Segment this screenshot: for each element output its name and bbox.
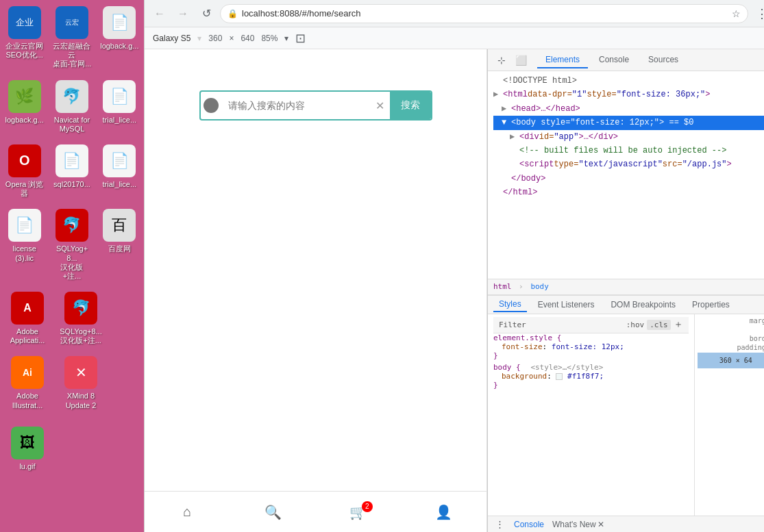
search-page: ✕ 搜索 [145, 49, 486, 491]
desktop-icon-sql2017[interactable]: 📄 sql20170... [51, 142, 93, 192]
icon-label-lugif: lu.gif [19, 462, 35, 471]
desktop-icon-license[interactable]: 📄 license(3).lic [3, 206, 45, 265]
dom-line-doctype[interactable]: <!DOCTYPE html> [493, 74, 764, 88]
expand-arrow-html[interactable]: ▶ [493, 88, 503, 101]
script-close: > [726, 157, 731, 171]
icon-label-opera: Opera 浏览器 [5, 180, 44, 198]
bottom-console-tab[interactable]: Console [511, 520, 547, 529]
desktop-icon-adobe[interactable]: A AdobeApplicati... [3, 289, 51, 348]
device-toolbar: Galaxy S5 ▾ 360 × 640 85% ▾ ⊡ [145, 27, 764, 49]
filter-input[interactable] [529, 320, 624, 329]
dom-line-head[interactable]: ▶ <head>…</head> [493, 102, 764, 116]
dom-line-html[interactable]: ▶ <html data-dpr="1" style="font-size: 3… [493, 88, 764, 101]
nav-search-button[interactable]: 🔍 [256, 498, 290, 526]
desktop-icon-2[interactable]: 云宏 云宏超融合云桌面-官网... [51, 3, 93, 72]
devtools-bottom-tabs: Styles Event Listeners DOM Breakpoints P… [488, 295, 764, 314]
address-bar[interactable]: 🔒 localhost:8088/#/home/search ☆ [220, 4, 748, 23]
icon-label-sqlyog2: SQLYog+8...汉化版+注... [60, 327, 101, 345]
zoom-dropdown-icon[interactable]: ▾ [284, 34, 288, 43]
back-button[interactable]: ← [150, 4, 169, 23]
whats-new-close-icon[interactable]: ✕ [597, 520, 604, 529]
dimension-x: × [229, 34, 234, 43]
desktop-icon-sqlyog1[interactable]: 🐬 SQLYog+8...汉化版+注... [51, 206, 93, 283]
whats-new-tab[interactable]: What's New ✕ [552, 520, 604, 529]
div-app-close: >…</div> [578, 130, 618, 144]
page-viewport: ✕ 搜索 ⌂ 🔍 🛒 2 👤 [145, 49, 487, 532]
desktop-icon-logback1[interactable]: 📄 logback.g... [99, 3, 140, 53]
desktop-icon-baidu[interactable]: 百 百度网 [99, 206, 140, 256]
devtools-bottom-more-icon[interactable]: ⋮ [493, 518, 506, 531]
icon-label-illustrator: AdobeIllustrat... [12, 392, 43, 409]
icon-label-logback2: logback.g... [5, 116, 44, 125]
dom-line-div-app[interactable]: ▶ <div id="app">…</div> [493, 130, 764, 144]
dom-line-body[interactable]: ▼ <body style="font-size: 12px;"> == $0 [493, 116, 764, 129]
search-clear-button[interactable]: ✕ [371, 96, 390, 115]
dom-tree: <!DOCTYPE html> ▶ <html data-dpr="1" sty… [488, 71, 764, 279]
tab-sources[interactable]: Sources [640, 52, 687, 68]
nav-home-button[interactable]: ⌂ [170, 498, 204, 526]
icon-label-baidu: 百度网 [108, 244, 131, 253]
desktop-icon-opera[interactable]: O Opera 浏览器 [3, 142, 45, 201]
body-style-source: <style>…</style> [530, 363, 603, 372]
devtools-tool-icons: ⊹ ⬜ [493, 52, 529, 68]
icon-label-trial: trial_lice... [103, 116, 137, 125]
style-val: "font-size: 36px;" [617, 88, 706, 101]
search-input[interactable] [221, 93, 371, 118]
tab-event-listeners[interactable]: Event Listeners [532, 298, 600, 312]
breadcrumb-html[interactable]: html [493, 282, 512, 291]
style-attr: style= [587, 88, 616, 101]
id-val: "app" [554, 130, 578, 144]
desktop-icon-trial2[interactable]: 📄 trial_lice... [99, 142, 140, 192]
bookmark-icon[interactable]: ☆ [732, 8, 741, 19]
forward-button[interactable]: → [173, 4, 193, 23]
refresh-button[interactable]: ↺ [197, 4, 216, 23]
filter-add-button[interactable]: ＋ [674, 318, 683, 331]
expand-arrow-body[interactable]: ▼ [502, 116, 511, 129]
tab-styles[interactable]: Styles [493, 297, 527, 312]
device-toggle-button[interactable]: ⬜ [513, 52, 529, 68]
breadcrumb-body[interactable]: body [530, 282, 549, 291]
browser-more-button[interactable]: ⋮ [752, 4, 764, 23]
inspect-element-button[interactable]: ⊹ [493, 52, 510, 68]
dom-line-script[interactable]: <script type="text/javascript" src="/app… [493, 157, 764, 171]
body-close-tag: </body> [511, 172, 545, 186]
filter-hov[interactable]: :hov [626, 320, 645, 329]
desktop-icon-illustrator[interactable]: Ai AdobeIllustrat... [3, 353, 51, 412]
device-name: Galaxy S5 [153, 34, 190, 43]
nav-cart-button[interactable]: 🛒 2 [341, 498, 375, 526]
src-attr: src= [663, 157, 682, 171]
cart-badge: 2 [362, 501, 373, 512]
expand-arrow-app[interactable]: ▶ [510, 130, 519, 144]
tab-dom-breakpoints[interactable]: DOM Breakpoints [605, 298, 681, 312]
nav-user-button[interactable]: 👤 [427, 498, 461, 526]
dimension-separator: ▾ [197, 34, 201, 43]
search-bar: ✕ 搜索 [199, 90, 432, 121]
filter-bar: Filter :hov .cls ＋ [493, 317, 689, 333]
desktop-icon-xmind[interactable]: ✕ XMind 8Update 2 [57, 353, 105, 412]
desktop-icon-1[interactable]: 企业 企业云官网SEO优化... [3, 3, 45, 62]
filter-cls[interactable]: .cls [647, 320, 671, 330]
desktop-icon-navicat[interactable]: 🐬 Navicat forMySQL [51, 77, 93, 136]
icon-label-license: license(3).lic [13, 244, 36, 262]
tab-elements[interactable]: Elements [537, 52, 588, 68]
search-mode-indicator [204, 98, 219, 113]
search-submit-button[interactable]: 搜索 [390, 92, 431, 119]
rotate-icon[interactable]: ⊡ [295, 31, 306, 46]
dimension-box: 360 × 64 [698, 353, 764, 368]
devtools-toolbar: ⊹ ⬜ Elements Console Sources » [488, 49, 764, 71]
tab-console[interactable]: Console [591, 52, 637, 68]
home-icon: ⌂ [183, 504, 191, 520]
dom-line-html-close: </html> [493, 186, 764, 199]
tab-properties[interactable]: Properties [687, 298, 735, 312]
desktop-icon-sqlyog2[interactable]: 🐬 SQLYog+8...汉化版+注... [57, 289, 105, 348]
desktop-icon-logback2[interactable]: 🌿 logback.g... [3, 77, 45, 127]
desktop-icon-lugif[interactable]: 🖼 lu.gif [3, 424, 51, 474]
script-tag: <script [519, 157, 554, 171]
margin-label: margin [698, 317, 764, 325]
element-style-selector: element.style { [493, 333, 689, 342]
body-style-rule: body { <style>…</style> background: #f1f… [493, 363, 689, 390]
icon-label-sql2017: sql20170... [53, 180, 90, 189]
expand-arrow-head[interactable]: ▶ [502, 102, 511, 116]
div-app-tag: <div [519, 130, 539, 144]
desktop-icon-trial[interactable]: 📄 trial_lice... [99, 77, 140, 127]
